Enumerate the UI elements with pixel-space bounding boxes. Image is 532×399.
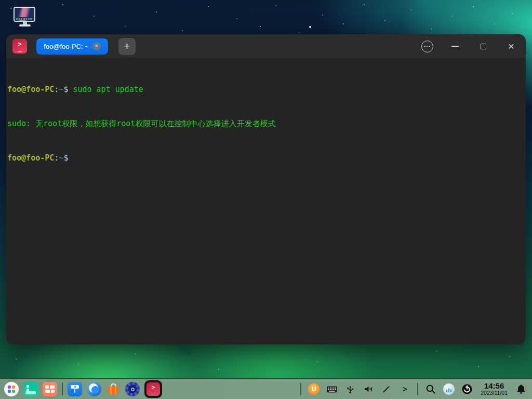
orange-grid-icon[interactable]	[43, 382, 57, 396]
tab-close-icon[interactable]: ×	[92, 42, 101, 50]
command-output: sudo: 无root权限，如想获得root权限可以在控制中心选择进入开发者模式	[7, 119, 275, 128]
tray-expand-chevron-icon[interactable]: >	[399, 383, 410, 395]
taskbar: > _ U	[0, 378, 532, 399]
clock[interactable]: 14:56 2023/11/01	[481, 382, 508, 396]
terminal-tab-title: foo@foo-PC: ~	[44, 43, 89, 50]
minimize-button[interactable]	[449, 40, 461, 52]
terminal-line: foo@foo-PC:~$ sudo apt update	[7, 84, 522, 95]
globe-icon[interactable]	[443, 383, 455, 395]
search-icon[interactable]	[425, 383, 436, 395]
launcher-dots	[8, 385, 15, 393]
terminal-icon: > _	[147, 382, 160, 396]
terminal-line: sudo: 无root权限，如想获得root权限可以在控制中心选择进入开发者模式	[7, 118, 522, 129]
terminal-tab[interactable]: foo@foo-PC: ~ ×	[36, 38, 108, 55]
union-id-glyph: U	[308, 383, 320, 395]
terminal-output-area[interactable]: foo@foo-PC:~$ sudo apt update sudo: 无roo…	[6, 58, 526, 344]
dock-terminal-icon-active[interactable]: > _	[144, 380, 162, 398]
star-field	[0, 0, 1, 1]
terminal-window: > _ foo@foo-PC: ~ × + × foo@foo-PC:~$ su…	[6, 34, 526, 344]
clock-date: 2023/11/01	[481, 390, 508, 396]
power-icon[interactable]	[461, 383, 473, 395]
tray-separator	[300, 383, 301, 395]
volume-icon[interactable]	[363, 383, 374, 395]
computer-mini-dock	[15, 17, 34, 20]
desktop-wallpaper: > _ foo@foo-PC: ~ × + × foo@foo-PC:~$ su…	[0, 0, 532, 399]
clock-time: 14:56	[484, 382, 504, 391]
prompt-user-host: foo@foo-PC	[7, 153, 54, 163]
computer-monitor-screen	[14, 7, 35, 22]
usb-icon[interactable]	[344, 383, 356, 395]
keyboard-icon[interactable]	[326, 383, 338, 395]
app-store-icon[interactable]	[106, 382, 121, 396]
maximize-icon	[481, 44, 486, 49]
dock-app-icons: > _	[4, 380, 162, 398]
maximize-button[interactable]	[477, 40, 489, 52]
file-manager-icon[interactable]	[68, 382, 82, 396]
menu-button[interactable]	[421, 40, 433, 52]
union-id-icon[interactable]: U	[308, 383, 320, 395]
dock-separator	[62, 383, 63, 395]
system-tray: U	[300, 382, 527, 396]
computer-stand-base	[19, 24, 31, 26]
desktop-computer-icon[interactable]	[14, 7, 36, 28]
terminal-titlebar[interactable]: > _ foo@foo-PC: ~ × + ×	[6, 34, 526, 58]
window-controls: ×	[421, 40, 517, 52]
pen-icon[interactable]	[381, 383, 392, 395]
terminal-line: foo@foo-PC:~$	[7, 152, 522, 164]
terminal-app-icon: > _	[12, 39, 27, 54]
menu-icon	[421, 41, 433, 52]
browser-icon[interactable]	[87, 382, 101, 396]
typed-command: sudo apt update	[68, 85, 143, 94]
minimize-icon	[451, 46, 459, 47]
launcher-icon[interactable]	[4, 382, 19, 396]
teal-window-icon[interactable]	[23, 382, 38, 396]
bell-icon[interactable]	[515, 383, 527, 395]
tray-separator	[417, 383, 418, 395]
close-button[interactable]: ×	[505, 40, 517, 52]
prompt-user-host: foo@foo-PC	[7, 85, 54, 94]
new-tab-button[interactable]: +	[118, 38, 136, 55]
security-center-icon[interactable]	[125, 382, 140, 396]
